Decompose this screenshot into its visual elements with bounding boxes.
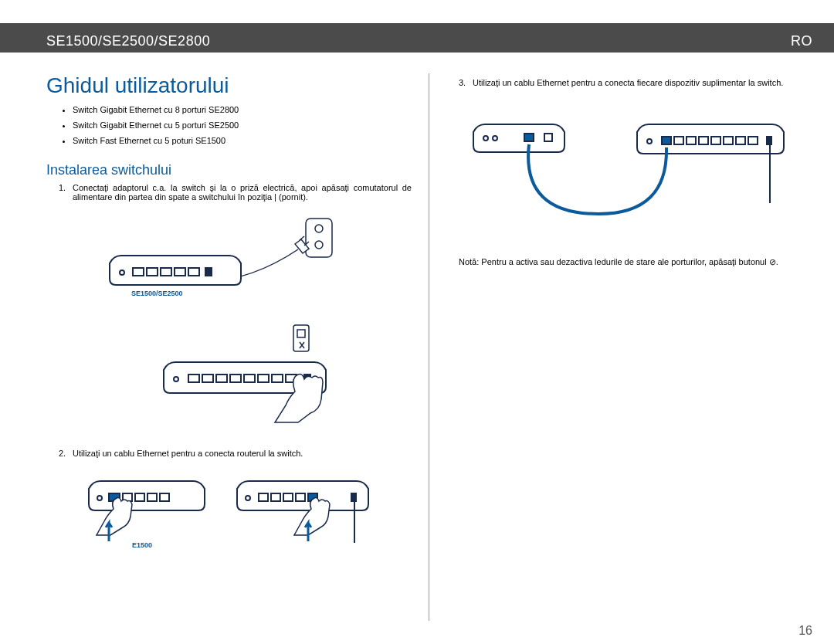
step-2: 2.Utilizaţi un cablu Ethernet pentru a c…	[46, 449, 412, 458]
figure-power-svg: SE1500/SE2500	[102, 217, 357, 425]
svg-rect-45	[699, 137, 708, 144]
svg-rect-14	[188, 375, 199, 382]
svg-rect-30	[259, 493, 268, 501]
svg-rect-33	[296, 493, 305, 501]
bullet-item: Switch Fast Ethernet cu 5 poturi SE1500	[73, 134, 412, 149]
step-3-text: Utilizaţi un cablu Ethernet pentru a con…	[473, 78, 783, 87]
header-band: SE1500/SE2500/SE2800 RO	[0, 23, 834, 53]
svg-rect-5	[133, 268, 144, 276]
svg-rect-18	[244, 375, 255, 382]
figure-label-top: SE1500/SE2500	[131, 290, 183, 297]
step-2-num: 2.	[59, 449, 73, 458]
content-area: Ghidul utilizatorului Switch Gigabit Eth…	[46, 73, 812, 621]
svg-point-39	[493, 136, 497, 141]
svg-rect-20	[272, 375, 283, 382]
svg-rect-13	[297, 330, 305, 337]
svg-rect-7	[161, 268, 171, 276]
svg-rect-43	[674, 137, 683, 144]
svg-rect-16	[216, 375, 227, 382]
svg-rect-19	[258, 375, 269, 382]
svg-rect-51	[767, 137, 771, 144]
svg-rect-44	[687, 137, 696, 144]
bullet-item: Switch Gigabit Ethernet cu 8 porturi SE2…	[73, 103, 412, 118]
svg-rect-8	[175, 268, 185, 276]
svg-rect-27	[147, 493, 157, 501]
section-install-heading: Instalarea switchului	[46, 162, 412, 178]
svg-point-50	[647, 139, 652, 144]
bullet-item: Switch Gigabit Ethernet cu 5 porturi SE2…	[73, 118, 412, 134]
right-column: 3.Utilizaţi un cablu Ethernet pentru a c…	[429, 73, 812, 621]
svg-rect-49	[748, 137, 758, 144]
svg-rect-46	[711, 137, 720, 144]
step-1-num: 1.	[59, 183, 73, 192]
svg-rect-17	[230, 375, 241, 382]
left-column: Ghidul utilizatorului Switch Gigabit Eth…	[46, 73, 429, 621]
figure-ethernet-device-svg	[467, 118, 792, 219]
page-number: 16	[798, 624, 812, 638]
header-model: SE1500/SE2500/SE2800	[46, 33, 210, 49]
svg-rect-28	[160, 493, 169, 501]
product-bullets: Switch Gigabit Ethernet cu 8 porturi SE2…	[46, 103, 412, 148]
svg-rect-40	[524, 134, 534, 141]
svg-rect-9	[188, 268, 199, 276]
svg-rect-26	[135, 493, 144, 501]
svg-rect-32	[283, 493, 293, 501]
note-text: Notă: Pentru a activa sau dezactiva ledu…	[446, 257, 812, 267]
step-2-text: Utilizaţi un cablu Ethernet pentru a con…	[73, 449, 303, 458]
svg-rect-12	[293, 325, 309, 351]
svg-rect-36	[351, 493, 356, 501]
figure-label-bottom-left: E1500	[132, 541, 152, 549]
svg-point-35	[246, 496, 250, 500]
svg-rect-31	[271, 493, 280, 501]
page: SE1500/SE2500/SE2800 RO Ghidul utilizato…	[0, 0, 834, 644]
svg-point-38	[483, 136, 488, 141]
step-3: 3.Utilizaţi un cablu Ethernet pentru a c…	[446, 78, 812, 87]
svg-rect-15	[202, 375, 213, 382]
step-1-text: Conectaţi adaptorul c.a. la switch şi la…	[73, 183, 412, 202]
svg-rect-6	[147, 268, 158, 276]
svg-point-22	[174, 377, 178, 381]
svg-rect-47	[724, 137, 733, 144]
figure-power: SE1500/SE2500	[46, 217, 412, 425]
figure-ethernet-device	[446, 118, 812, 219]
svg-point-10	[120, 270, 124, 275]
svg-rect-11	[205, 268, 212, 276]
page-title: Ghidul utilizatorului	[46, 73, 412, 98]
svg-rect-42	[662, 137, 671, 144]
step-1: 1.Conectaţi adaptorul c.a. la switch şi …	[46, 183, 412, 202]
figure-ethernet-router: E1500	[46, 473, 412, 558]
header-lang: RO	[791, 33, 812, 49]
svg-point-2	[315, 241, 323, 249]
svg-point-29	[97, 496, 102, 500]
figure-ethernet-svg: E1500	[83, 473, 376, 558]
svg-point-1	[315, 225, 323, 232]
svg-rect-48	[736, 137, 745, 144]
svg-rect-41	[544, 134, 552, 141]
step-3-num: 3.	[459, 78, 473, 87]
